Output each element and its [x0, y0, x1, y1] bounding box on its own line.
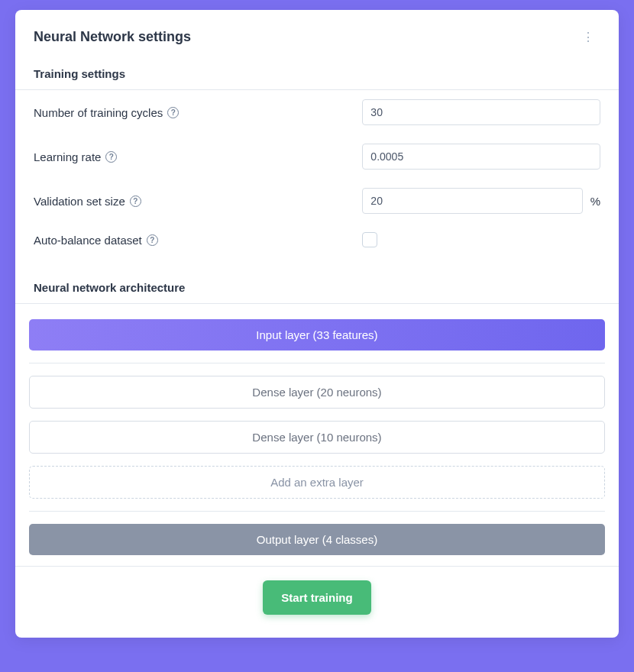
settings-card: Neural Network settings ⋮ Training setti… — [15, 10, 619, 638]
training-cycles-input[interactable] — [362, 99, 600, 125]
card-title: Neural Network settings — [34, 29, 191, 45]
row-validation-size: Validation set size ? % — [15, 179, 619, 223]
training-section-title: Training settings — [15, 53, 619, 89]
add-layer-button[interactable]: Add an extra layer — [29, 466, 605, 499]
validation-size-label-text: Validation set size — [34, 195, 125, 208]
start-training-button[interactable]: Start training — [263, 580, 370, 615]
help-icon[interactable]: ? — [147, 234, 158, 246]
label-learning-rate: Learning rate ? — [34, 150, 362, 163]
help-icon[interactable]: ? — [105, 151, 117, 163]
learning-rate-label-text: Learning rate — [34, 150, 101, 163]
kebab-menu-icon[interactable]: ⋮ — [576, 27, 600, 47]
layer-divider — [29, 363, 605, 363]
row-learning-rate: Learning rate ? — [15, 134, 619, 179]
layer-divider — [29, 511, 605, 512]
row-auto-balance: Auto-balance dataset ? — [15, 223, 619, 257]
auto-balance-checkbox[interactable] — [362, 232, 377, 247]
input-layer[interactable]: Input layer (33 features) — [29, 319, 605, 351]
training-cycles-label-text: Number of training cycles — [34, 106, 163, 119]
label-auto-balance: Auto-balance dataset ? — [34, 234, 362, 247]
arch-section-title: Neural network architecture — [15, 267, 619, 303]
output-layer[interactable]: Output layer (4 classes) — [29, 524, 605, 555]
card-header: Neural Network settings ⋮ — [15, 10, 619, 53]
auto-balance-label-text: Auto-balance dataset — [34, 234, 142, 247]
label-validation-size: Validation set size ? — [34, 195, 362, 208]
validation-size-suffix: % — [590, 195, 600, 208]
card-footer: Start training — [15, 567, 619, 638]
learning-rate-input[interactable] — [362, 144, 600, 170]
help-icon[interactable]: ? — [130, 195, 141, 207]
dense-layer-2[interactable]: Dense layer (10 neurons) — [29, 421, 605, 454]
validation-size-input[interactable] — [362, 188, 582, 214]
dense-layer-1[interactable]: Dense layer (20 neurons) — [29, 376, 605, 409]
architecture-container: Input layer (33 features) Dense layer (2… — [15, 304, 619, 566]
label-training-cycles: Number of training cycles ? — [34, 106, 362, 119]
help-icon[interactable]: ? — [167, 107, 179, 118]
row-training-cycles: Number of training cycles ? — [15, 90, 619, 134]
